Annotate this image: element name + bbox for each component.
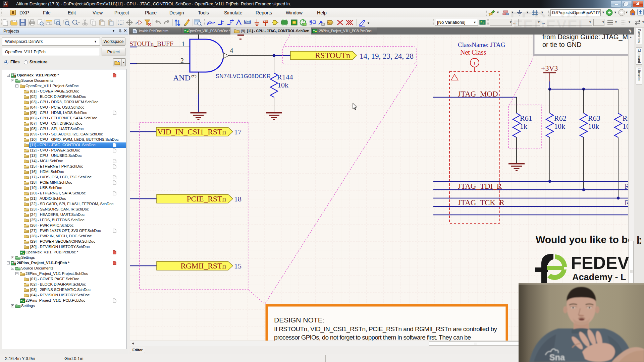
svg-text:processor GPIOs, do not forget: processor GPIOs, do not forget to suppor…	[274, 334, 471, 341]
svg-text:14, 19, 23, 24, 28: 14, 19, 23, 24, 28	[360, 52, 414, 60]
svg-text:R64: R64	[623, 114, 628, 122]
svg-text:D1: D1	[328, 21, 332, 24]
svg-text:NetI: NetI	[244, 20, 251, 24]
svg-text:RGMII_RSTn: RGMII_RSTn	[180, 261, 226, 270]
svg-text:PCIE_RSTn: PCIE_RSTn	[186, 194, 226, 203]
svg-text:10k: 10k	[554, 122, 565, 130]
svg-text:VID_IN_CSI1_RSTn: VID_IN_CSI1_RSTn	[157, 127, 226, 136]
svg-text:15: 15	[234, 262, 241, 270]
svg-text:JTAG_TCK_R: JTAG_TCK_R	[458, 198, 504, 207]
svg-text:R6: R6	[625, 182, 628, 190]
svg-text:ClassName: JTAG: ClassName: JTAG	[458, 41, 505, 48]
svg-text:If RSTOUTn, VID_IN_CSI1_RSTn,: If RSTOUTn, VID_IN_CSI1_RSTn, PCIE_RSTn …	[274, 325, 497, 333]
svg-text:18: 18	[234, 195, 241, 203]
svg-text:DESIGN NOTE:: DESIGN NOTE:	[274, 316, 325, 324]
svg-text:RSTOUTn: RSTOUTn	[315, 51, 350, 60]
svg-text:Sna: Sna	[549, 353, 565, 362]
svg-text:2: 2	[180, 57, 184, 64]
svg-text:R61: R61	[520, 114, 532, 122]
svg-text:Net Class: Net Class	[460, 49, 486, 56]
svg-text:STOUTn_BUFF: STOUTn_BUFF	[130, 40, 173, 47]
svg-text:R6: R6	[625, 198, 628, 207]
svg-text:3: 3	[190, 74, 198, 78]
svg-text:JTAG_TDI_R: JTAG_TDI_R	[458, 182, 502, 190]
svg-text:Vcc: Vcc	[263, 19, 268, 22]
svg-text:4: 4	[230, 47, 233, 54]
svg-text:from Design Guide: JTAG_MOD: from Design Guide: JTAG_MOD	[542, 35, 628, 41]
svg-text:+3V3: +3V3	[541, 64, 558, 72]
svg-text:AND: AND	[173, 73, 191, 82]
svg-text:10k: 10k	[588, 122, 599, 130]
svg-text:SN74LVC1G08DCKR: SN74LVC1G08DCKR	[216, 73, 271, 79]
svg-text:R144: R144	[277, 73, 293, 81]
svg-text:i: i	[474, 60, 475, 66]
svg-text:or tie to GND: or tie to GND	[542, 41, 582, 48]
svg-text:1k: 1k	[520, 122, 527, 130]
svg-text:10k: 10k	[623, 122, 628, 130]
svg-text:›: ›	[138, 19, 140, 23]
svg-text:R62: R62	[554, 114, 567, 122]
svg-text:R63: R63	[588, 114, 600, 122]
svg-text:17: 17	[234, 128, 241, 136]
svg-text:1: 1	[181, 40, 185, 48]
svg-text:10k: 10k	[277, 81, 288, 89]
